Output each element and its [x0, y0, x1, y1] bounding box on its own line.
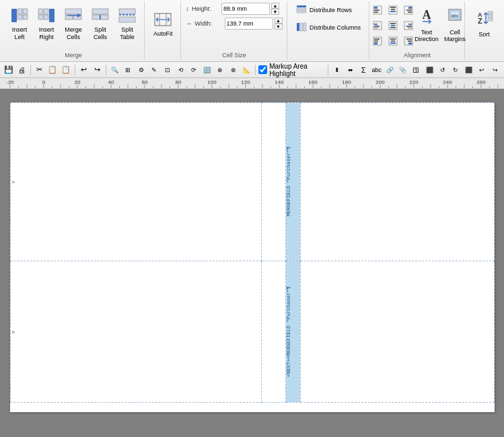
- markup-area-highlight-checkbox[interactable]: [258, 65, 267, 74]
- height-down-arrow[interactable]: ▼: [271, 9, 279, 15]
- height-up-arrow[interactable]: ▲: [271, 3, 279, 9]
- toolbar-sep-2: [75, 65, 75, 75]
- toolbar-btn-c[interactable]: ⚙: [135, 63, 147, 77]
- toolbar-btn-a[interactable]: 🔍: [109, 63, 121, 77]
- merge-cells-button[interactable]: Merge Cells: [61, 3, 86, 44]
- cell-r1c4[interactable]: [301, 103, 494, 261]
- toolbar-btn-e[interactable]: ⊡: [161, 63, 174, 77]
- svg-rect-62: [390, 42, 396, 44]
- toolbar-btn-f[interactable]: ⟲: [175, 63, 187, 77]
- svg-rect-60: [390, 38, 396, 40]
- toolbar-btn-sq[interactable]: ⬛: [423, 63, 435, 77]
- svg-rect-44: [374, 24, 377, 25]
- svg-rect-7: [38, 15, 43, 20]
- cell-r1c2[interactable]: [262, 103, 286, 261]
- toolbar-btn-nav2[interactable]: ⬌: [345, 63, 357, 77]
- cell-size-group-label: Cell Size: [182, 52, 287, 59]
- cell-r2c3-highlighted[interactable]: «NEXT»«MERGEFIELD "Purchaser"¶: [286, 261, 301, 403]
- svg-rect-38: [390, 11, 396, 12]
- toolbar-btn-d[interactable]: ✎: [149, 63, 161, 77]
- svg-rect-49: [391, 25, 395, 26]
- cell-margins-button[interactable]: abc Cell Margins: [441, 3, 468, 47]
- merge-field-r1: MERGEFIELD "Purchaser"¶: [286, 103, 293, 260]
- svg-rect-10: [65, 9, 81, 14]
- toolbar-btn-cut[interactable]: ✂: [34, 63, 46, 77]
- autofit-button[interactable]: AutoFit: [150, 3, 176, 44]
- sort-icon: A Z: [475, 9, 494, 30]
- svg-rect-5: [49, 9, 55, 22]
- split-cells-button[interactable]: Split Cells: [87, 3, 113, 44]
- cell-r2c4[interactable]: [301, 261, 494, 403]
- svg-rect-27: [297, 11, 306, 13]
- toolbar-btn-rot1[interactable]: ↺: [437, 63, 449, 77]
- toolbar-btn-1[interactable]: 💾: [3, 63, 15, 77]
- cell-r1c1[interactable]: ¤: [10, 103, 262, 261]
- toolbar-btn-k[interactable]: 📐: [241, 63, 253, 77]
- toolbar-btn-undo[interactable]: ↩: [78, 63, 90, 77]
- text-direction-label: Text Direction: [415, 29, 439, 44]
- insert-right-label: Insert Right: [39, 26, 55, 41]
- toolbar-btn-clip[interactable]: 📎: [397, 63, 409, 77]
- toolbar-btn-key[interactable]: ⚿: [410, 63, 423, 77]
- markup-area-highlight-checkbox-label[interactable]: Markup Area Highlight: [258, 63, 325, 77]
- toolbar-btn-abc[interactable]: abc: [371, 63, 383, 77]
- distribute-rows-button[interactable]: Distribute Rows: [293, 3, 364, 18]
- cell-r1c3-highlighted[interactable]: MERGEFIELD "Purchaser"¶: [286, 103, 301, 261]
- toolbar-btn-print[interactable]: 🖨: [16, 63, 28, 77]
- split-table-button[interactable]: Split Table: [114, 3, 140, 44]
- svg-rect-57: [374, 40, 378, 42]
- toolbar-sep-1: [30, 65, 31, 75]
- svg-rect-40: [408, 7, 412, 9]
- insert-right-button[interactable]: Insert Right: [34, 3, 59, 44]
- toolbar-sep-5: [328, 65, 328, 75]
- width-up-arrow[interactable]: ▲: [275, 18, 283, 24]
- toolbar-btn-end1[interactable]: ⬛: [463, 63, 475, 77]
- svg-rect-54: [408, 28, 412, 28]
- toolbar-btn-sigma[interactable]: Σ: [357, 63, 369, 77]
- merge-cells-label: Merge Cells: [65, 26, 82, 41]
- toolbar-btn-redo[interactable]: ↪: [91, 63, 103, 77]
- split-table-icon: [118, 6, 137, 25]
- document-area: ¤ MERGEFIELD "Purchaser"¶ ¤ «NEXT»«MERGE…: [0, 89, 504, 437]
- text-dir-margins: A Text Direction abc: [413, 3, 468, 47]
- toolbar-btn-j[interactable]: ⊗: [227, 63, 240, 77]
- toolbar-btn-rot2[interactable]: ↻: [449, 63, 462, 77]
- toolbar-sep-4: [255, 65, 256, 75]
- svg-rect-37: [391, 9, 395, 10]
- svg-rect-1: [17, 9, 22, 14]
- cell-r2c1[interactable]: ¤: [10, 261, 262, 403]
- toolbar-btn-paste[interactable]: 📋: [60, 63, 72, 77]
- cell-r2c2[interactable]: [262, 261, 286, 403]
- toolbar-btn-link[interactable]: 🔗: [384, 63, 396, 77]
- toolbar-btn-end2[interactable]: ↩: [476, 63, 489, 77]
- svg-rect-50: [390, 27, 396, 28]
- text-direction-icon: A: [419, 7, 435, 28]
- ribbon-toolbar: Insert Left Insert Right: [0, 0, 504, 62]
- toolbar-btn-g[interactable]: ⟳: [188, 63, 200, 77]
- toolbar-btn-nav1[interactable]: ⬍: [331, 63, 343, 77]
- width-icon: ↔: [186, 20, 192, 27]
- sort-button[interactable]: A Z Sort: [470, 3, 499, 44]
- formatting-toolbar: 💾 🖨 ✂ 📋 📋 ↩ ↪ 🔍 ⊞ ⚙ ✎ ⊡ ⟲ ⟳ 🔠 ⊕ ⊗ 📐 Mark…: [0, 62, 504, 78]
- svg-rect-6: [38, 9, 43, 14]
- svg-rect-34: [374, 11, 378, 13]
- svg-rect-18: [119, 9, 135, 14]
- svg-rect-61: [391, 40, 395, 42]
- height-input[interactable]: [221, 3, 270, 15]
- svg-text:A: A: [423, 8, 431, 22]
- svg-rect-28: [297, 23, 299, 31]
- distribute-columns-button[interactable]: Distribute Columns: [293, 20, 364, 35]
- insert-left-button[interactable]: Insert Left: [7, 3, 32, 44]
- toolbar-btn-i[interactable]: ⊕: [214, 63, 226, 77]
- merge-group: Insert Left Insert Right: [3, 1, 145, 60]
- distribute-rows-label: Distribute Rows: [310, 7, 352, 13]
- svg-rect-41: [406, 9, 412, 11]
- height-label: ↕: [186, 5, 190, 12]
- width-down-arrow[interactable]: ▼: [275, 24, 283, 30]
- toolbar-btn-h[interactable]: 🔠: [201, 63, 213, 77]
- toolbar-btn-b[interactable]: ⊞: [122, 63, 134, 77]
- text-direction-button[interactable]: A Text Direction: [413, 3, 440, 47]
- toolbar-btn-end3[interactable]: ↪: [489, 63, 501, 77]
- width-input[interactable]: [225, 18, 273, 30]
- toolbar-btn-copy[interactable]: 📋: [47, 63, 59, 77]
